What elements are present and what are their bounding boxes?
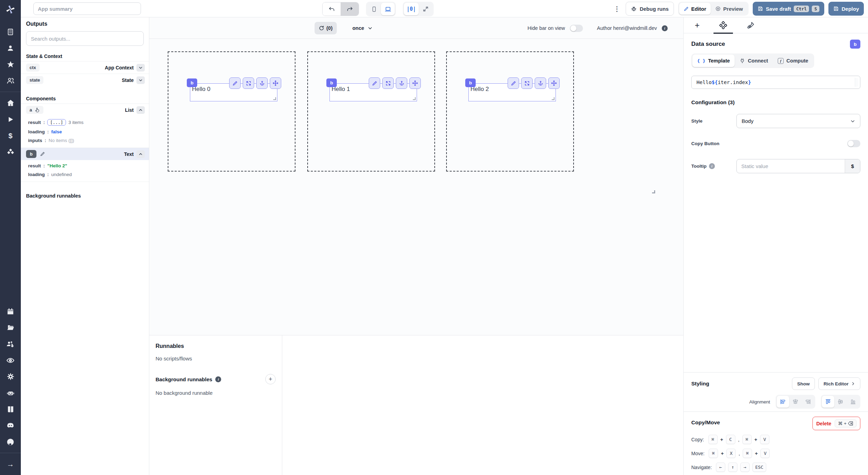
expand-array-chip[interactable]: [...] [47, 119, 66, 126]
bg-runnables-info-icon[interactable]: i [215, 376, 221, 382]
edit-pencil-icon[interactable] [229, 77, 241, 89]
tab-template[interactable]: { } Template [692, 55, 735, 67]
delete-button[interactable]: Delete ⌘ + [812, 417, 860, 430]
copy-move-heading: Copy/Move [691, 419, 720, 426]
ctx-row[interactable]: ctx App Context [21, 61, 149, 74]
resources-cubes-icon[interactable] [0, 144, 21, 160]
save-icon [758, 6, 763, 11]
dynamic-value-button[interactable]: $ [845, 159, 860, 173]
ai-robot-icon[interactable] [0, 385, 21, 401]
tooltip-info-icon[interactable]: i [709, 163, 715, 169]
add-background-runnable-button[interactable]: + [265, 374, 276, 384]
hide-bar-toggle[interactable] [570, 25, 583, 32]
ctx-chevron-down-icon[interactable] [136, 64, 145, 72]
guides-button[interactable]: |0| [404, 3, 419, 15]
component-b-row[interactable]: b Text [21, 148, 149, 160]
undo-button[interactable] [323, 2, 341, 16]
style-select[interactable]: Body [736, 114, 860, 128]
fullscreen-button[interactable] [419, 3, 433, 15]
tab-insert-component[interactable]: + [693, 17, 701, 33]
bug-icon [631, 6, 637, 12]
show-styling-button[interactable]: Show [792, 377, 815, 390]
tab-connect[interactable]: Connect [735, 55, 773, 67]
discord-icon[interactable] [0, 417, 21, 434]
component-a-row[interactable]: a List [21, 103, 149, 116]
tab-compute[interactable]: f Compute [773, 55, 813, 67]
tab-component-settings[interactable] [718, 17, 729, 33]
move-icon[interactable] [270, 77, 281, 89]
align-right-button[interactable] [802, 396, 814, 408]
state-row[interactable]: state State [21, 74, 149, 86]
components-heading: Components [21, 94, 149, 103]
debug-runs-button[interactable]: Debug runs [626, 2, 674, 16]
schedules-calendar-icon[interactable] [0, 303, 21, 319]
align-left-button[interactable] [777, 396, 789, 408]
author-info-icon[interactable]: i [662, 25, 668, 31]
template-expression-input[interactable]: Hello ${iter.index} [691, 76, 860, 89]
edit-pencil-icon[interactable] [508, 77, 519, 89]
variables-dollar-icon[interactable]: $ [0, 127, 21, 144]
refresh-count-button[interactable]: (0) [315, 22, 337, 34]
redo-button[interactable] [341, 2, 359, 16]
schedule-dropdown[interactable]: once [352, 22, 373, 34]
home-icon[interactable] [0, 95, 21, 111]
component-resize-handle[interactable] [273, 97, 276, 100]
text-component-0[interactable]: b Hello 0 [190, 83, 277, 101]
move-icon[interactable] [409, 77, 421, 89]
anchor-icon[interactable] [535, 77, 546, 89]
app-summary-input[interactable] [33, 2, 141, 15]
edit-pencil-icon[interactable] [369, 77, 380, 89]
save-draft-button[interactable]: Save draft Ctrl S [753, 2, 824, 16]
tab-preview[interactable]: Preview [711, 3, 748, 15]
a-result-row[interactable]: result: [...] 3 items [21, 117, 149, 127]
search-outputs-input[interactable] [26, 31, 144, 46]
component-resize-handle[interactable] [413, 97, 416, 100]
text-component-2[interactable]: b Hello 2 [468, 83, 556, 101]
groups-icon[interactable] [0, 73, 21, 89]
expand-icon[interactable] [521, 77, 533, 89]
list-cell-0[interactable]: b Hello 0 [168, 51, 295, 172]
docs-book-icon[interactable] [0, 401, 21, 417]
refresh-icon [319, 25, 324, 31]
collapse-arrow-icon[interactable]: → [0, 456, 21, 472]
windmill-logo-icon[interactable] [5, 4, 16, 15]
component-resize-handle[interactable] [552, 97, 554, 100]
rich-editor-button[interactable]: Rich Editor [818, 377, 860, 390]
component-b-chevron-up-icon[interactable] [136, 150, 145, 158]
tab-styling-brush[interactable] [745, 17, 756, 33]
component-a-chevron-up-icon[interactable] [136, 106, 145, 114]
copy-button-toggle[interactable] [847, 140, 860, 147]
workspace-building-icon[interactable] [0, 24, 21, 40]
list-cell-2[interactable]: b Hello 2 [446, 51, 574, 172]
align-top-button[interactable] [822, 396, 834, 408]
deploy-button[interactable]: Deploy [828, 2, 864, 16]
anchor-icon[interactable] [256, 77, 268, 89]
user-icon[interactable] [0, 40, 21, 56]
bg-runnables-empty-label: No background runnable [156, 390, 276, 396]
tooltip-input[interactable] [737, 163, 845, 169]
expand-icon[interactable] [243, 77, 254, 89]
canvas-grid[interactable]: b Hello 0 [149, 39, 683, 335]
grid-resize-handle[interactable] [652, 190, 655, 193]
audit-eye-icon[interactable] [0, 352, 21, 368]
align-bottom-button[interactable] [847, 396, 859, 408]
expand-icon[interactable] [382, 77, 394, 89]
align-center-horizontal-button[interactable] [789, 396, 802, 408]
list-cell-1[interactable]: b Hello 1 [307, 51, 435, 172]
runs-play-icon[interactable] [0, 111, 21, 127]
desktop-view-button[interactable] [381, 3, 395, 15]
tab-editor[interactable]: Editor [679, 3, 711, 15]
rename-pencil-icon[interactable] [40, 151, 45, 157]
mobile-view-button[interactable] [367, 3, 381, 15]
github-icon[interactable] [0, 434, 21, 450]
text-component-1[interactable]: b Hello 1 [329, 83, 417, 101]
anchor-icon[interactable] [396, 77, 407, 89]
state-chevron-down-icon[interactable] [136, 76, 145, 84]
move-icon[interactable] [548, 77, 560, 89]
more-menu-icon[interactable]: ⋮ [612, 5, 621, 13]
settings-gear-icon[interactable] [0, 368, 21, 385]
align-center-vertical-button[interactable] [834, 396, 847, 408]
workers-users-gear-icon[interactable] [0, 336, 21, 352]
favorites-star-icon[interactable] [0, 56, 21, 73]
folders-icon[interactable] [0, 319, 21, 336]
